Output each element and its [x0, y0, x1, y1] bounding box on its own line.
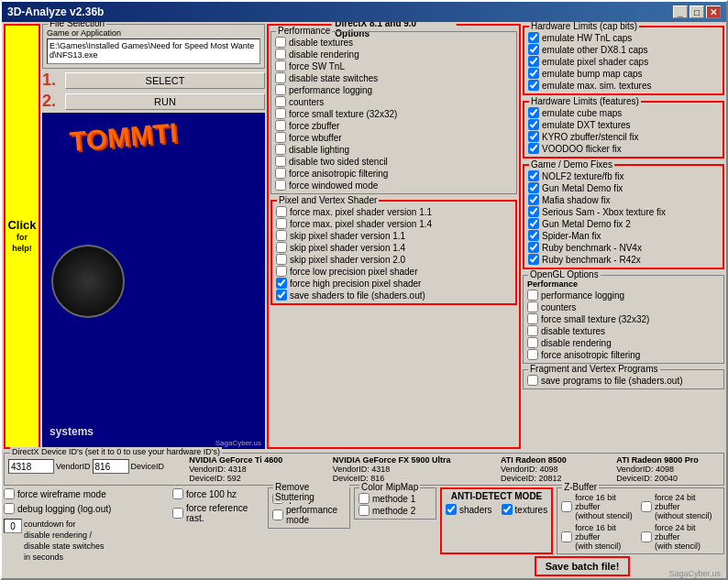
checkbox-5[interactable]	[276, 266, 287, 277]
checkbox-2[interactable]	[276, 230, 287, 241]
textures-cb[interactable]	[502, 504, 513, 515]
device-id-input[interactable]	[93, 459, 129, 474]
logo-saga-text: SagaCyber.us	[215, 439, 261, 447]
checkbox-row: Serious Sam - Xbox texture fix	[528, 206, 719, 217]
save-row: Save batch file! SagaCyber.us	[440, 556, 724, 576]
checkbox-0[interactable]	[528, 170, 539, 181]
checkbox-0[interactable]	[275, 37, 286, 48]
checkbox-0[interactable]	[276, 206, 287, 217]
checkbox-3[interactable]	[527, 325, 538, 336]
hw-caps-title: Hardware Limits (cap bits)	[529, 22, 639, 31]
checkbox-4[interactable]	[275, 84, 286, 95]
checkbox-4[interactable]	[527, 337, 538, 348]
click-help-panel[interactable]: Click forhelp!	[4, 24, 40, 449]
force-ref-rast-row: force reference rast.	[172, 503, 264, 523]
file-selection-title: File Selection	[48, 22, 106, 28]
checkbox-0[interactable]	[528, 32, 539, 43]
force-16-no-stencil-cb[interactable]	[561, 501, 572, 512]
countdown-input[interactable]	[4, 519, 22, 533]
vendor-id-input[interactable]	[8, 459, 54, 474]
select-button[interactable]: SELECT	[65, 72, 265, 89]
shaders-cb[interactable]	[446, 504, 457, 515]
force-100hz-label: force 100 hz	[186, 489, 237, 499]
force-24-no-stencil-cb[interactable]	[641, 501, 652, 512]
misc-middle: force 100 hz force reference rast.	[172, 487, 264, 524]
checkbox-9[interactable]	[275, 144, 286, 155]
textures-row: textures	[502, 504, 548, 515]
checkbox-row: force zbuffer	[275, 120, 513, 131]
checkbox-4[interactable]	[528, 80, 539, 91]
checkbox-1[interactable]	[275, 49, 286, 60]
checkbox-5[interactable]	[527, 349, 538, 360]
checkbox-5[interactable]	[528, 230, 539, 241]
checkbox-row: emulate DXT textures	[528, 119, 719, 130]
performance-mode-cb[interactable]	[272, 509, 283, 520]
checkbox-3[interactable]	[528, 68, 539, 79]
checkbox-4[interactable]	[528, 218, 539, 229]
force-16-stencil-cb[interactable]	[561, 531, 572, 542]
minimize-button[interactable]: _	[673, 5, 688, 18]
method1-label: methode 1	[372, 494, 415, 504]
anti-detect-group: ANTI-DETECT MODE shaders textures	[440, 487, 553, 554]
checkbox-1[interactable]	[527, 301, 538, 312]
countdown-label: countdown fordisable rendering /disable …	[24, 519, 105, 563]
logo-systems-text: systems	[50, 425, 94, 438]
method1-row: methode 1	[358, 493, 432, 504]
checkbox-0[interactable]	[527, 375, 538, 386]
hw-features-title: Hardware Limits (features)	[529, 96, 641, 106]
checkbox-3[interactable]	[528, 143, 539, 154]
checkbox-0[interactable]	[527, 290, 538, 301]
force-ref-rast-cb[interactable]	[172, 508, 183, 519]
force-wireframe-cb[interactable]	[4, 488, 15, 499]
maximize-button[interactable]: □	[689, 5, 704, 18]
force-24-stencil-cb[interactable]	[641, 531, 652, 542]
step-2-label: 2.	[42, 92, 62, 111]
checkbox-row: disable textures	[275, 37, 513, 48]
checkbox-2[interactable]	[528, 56, 539, 67]
checkbox-1[interactable]	[528, 119, 539, 130]
checkbox-1[interactable]	[528, 182, 539, 193]
force-16-no-stencil-row: force 16 bit zbuffer(without stencil)	[561, 493, 640, 520]
debug-logging-cb[interactable]	[4, 503, 15, 514]
right-bottom-section: ANTI-DETECT MODE shaders textures	[440, 487, 724, 576]
performance-checkboxes: disable texturesdisable renderingforce S…	[275, 37, 513, 191]
checkbox-3[interactable]	[275, 72, 286, 83]
checkbox-4[interactable]	[276, 254, 287, 265]
checkbox-1[interactable]	[528, 44, 539, 55]
checkbox-1[interactable]	[276, 218, 287, 229]
checkbox-5[interactable]	[275, 96, 286, 107]
method2-cb[interactable]	[358, 505, 370, 516]
checkbox-2[interactable]	[275, 60, 286, 71]
checkbox-6[interactable]	[528, 242, 539, 253]
checkbox-2[interactable]	[528, 194, 539, 205]
checkbox-8[interactable]	[275, 132, 286, 143]
checkbox-label-0: NOLF2 texture/fb fix	[542, 171, 623, 181]
checkbox-label-3: VOODOO flicker fix	[542, 144, 622, 154]
force-100hz-cb[interactable]	[172, 488, 183, 499]
checkbox-label-7: force zbuffer	[289, 121, 339, 131]
checkbox-row: disable rendering	[527, 337, 720, 348]
checkbox-0[interactable]	[528, 107, 539, 118]
checkbox-10[interactable]	[275, 156, 286, 167]
logo-main-text: TOMMTI	[69, 117, 179, 158]
nvidia-fx-group: NVIDIA GeForce FX 5900 Ultra VendorID: 4…	[333, 455, 451, 483]
checkbox-12[interactable]	[275, 180, 286, 191]
checkbox-2[interactable]	[528, 131, 539, 142]
debug-logging-label: debug logging (log.out)	[17, 504, 111, 514]
checkbox-7[interactable]	[528, 254, 539, 265]
checkbox-6[interactable]	[275, 108, 286, 119]
checkbox-3[interactable]	[276, 242, 287, 253]
method1-cb[interactable]	[358, 493, 370, 504]
run-button[interactable]: RUN	[65, 93, 265, 110]
save-batch-button[interactable]: Save batch file!	[535, 556, 631, 576]
close-button[interactable]: ✕	[706, 5, 721, 18]
checkbox-row: disable two sided stencil	[275, 156, 513, 167]
logo-circle	[51, 245, 125, 318]
checkbox-2[interactable]	[527, 313, 538, 324]
checkbox-7[interactable]	[275, 120, 286, 131]
checkbox-6[interactable]	[276, 278, 287, 289]
checkbox-11[interactable]	[275, 168, 286, 179]
checkbox-7[interactable]	[276, 290, 287, 301]
checkbox-row: skip pixel shader version 2.0	[276, 254, 512, 265]
checkbox-3[interactable]	[528, 206, 539, 217]
